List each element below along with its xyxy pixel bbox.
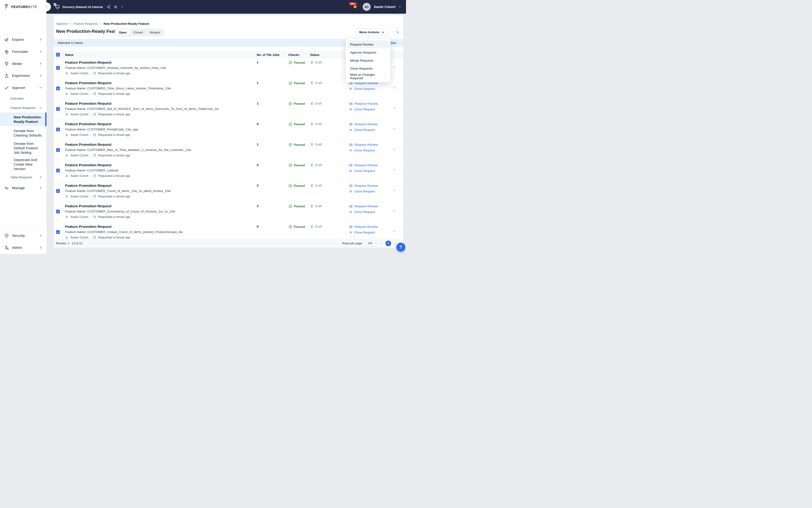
workspace-expand-chevron-icon[interactable] xyxy=(121,5,124,8)
request-review-link[interactable]: Request Review xyxy=(349,205,378,208)
menu-item-close-requests[interactable]: Close Requests xyxy=(348,65,389,72)
row-expand-chevron[interactable] xyxy=(393,147,396,151)
sidebar-item-deprecate-and-create-new-version[interactable]: Deprecate And Create New Version xyxy=(0,156,46,172)
close-request-link[interactable]: Close Request xyxy=(349,87,378,91)
menu-item-merge-requests[interactable]: Merge Requests xyxy=(348,56,389,65)
row-expand-chevron[interactable] xyxy=(393,127,396,130)
more-actions-button[interactable]: More Actions xyxy=(355,28,389,36)
close-request-link[interactable]: Close Request xyxy=(349,108,378,111)
breadcrumb-item-feature-requests[interactable]: Feature Requests xyxy=(73,22,98,26)
row-actions: Request Review Close Request xyxy=(349,163,378,173)
row-expand-chevron[interactable] xyxy=(393,209,396,212)
rows-per-page-stepper[interactable]: ▲▼ xyxy=(375,242,376,245)
row-checkbox[interactable] xyxy=(56,87,60,90)
close-request-link[interactable]: Close Request xyxy=(349,149,378,152)
tile-jobs-count: 1 xyxy=(257,102,259,105)
row-expand-chevron[interactable] xyxy=(393,188,396,192)
row-actions: Request Review Close Request xyxy=(349,102,378,111)
sidebar-item-deviate-from-default-feature-job-setting[interactable]: Deviate from Default Feature Job Setting xyxy=(0,140,46,156)
sidebar-item-explore[interactable]: Explore xyxy=(0,34,46,45)
request-title: Feature Promotion Request xyxy=(65,183,111,187)
sidebar-item-security[interactable]: Security xyxy=(0,229,46,242)
user-avatar[interactable]: XC xyxy=(363,3,371,11)
row-checkbox[interactable] xyxy=(56,148,60,152)
row-expand-chevron[interactable] xyxy=(393,107,396,110)
notification-count-badge: 999+ xyxy=(349,2,357,6)
sidebar-item-label: Security xyxy=(12,234,39,238)
sidebar-item-manage[interactable]: Manage xyxy=(0,182,46,194)
sidebar-item-approve[interactable]: Approve xyxy=(0,82,46,94)
tile-jobs-count: 2 xyxy=(257,184,259,187)
row-checkbox[interactable] xyxy=(56,128,60,131)
close-request-link[interactable]: Close Request xyxy=(349,231,378,234)
table-row: Feature Promotion Request Feature Name: … xyxy=(54,120,403,140)
sidebar-item-experiment[interactable]: Experiment xyxy=(0,70,46,82)
row-checkbox[interactable] xyxy=(56,66,60,70)
gear-icon[interactable] xyxy=(114,5,118,9)
tab-merged[interactable]: Merged xyxy=(146,29,164,36)
request-review-link[interactable]: Request Review xyxy=(349,184,378,187)
menu-item-mark-as-changes-required[interactable]: Mark as Changes Required xyxy=(348,72,389,80)
breadcrumb-item-approve[interactable]: Approve xyxy=(56,22,67,26)
help-button[interactable]: ? xyxy=(396,243,405,252)
sidebar-item-table-requests[interactable]: Table Requests xyxy=(0,172,46,182)
request-meta: Xavier Conort | Requested a minute ago xyxy=(65,92,130,96)
close-request-link[interactable]: Close Request xyxy=(349,169,378,173)
request-review-link[interactable]: Request Review xyxy=(349,143,378,146)
workspace-title[interactable]: Grocery Dataset UI tutorial xyxy=(62,5,103,9)
row-expand-chevron[interactable] xyxy=(393,229,396,233)
next-page-chevron-icon[interactable] xyxy=(394,242,397,245)
refresh-icon xyxy=(93,215,96,219)
requester: Xavier Conort xyxy=(70,195,88,198)
sidebar-bottom-nav: SecurityAdmin xyxy=(0,229,46,254)
requester: Xavier Conort xyxy=(70,215,88,219)
sidebar-item-label: New Production-Ready Feature xyxy=(14,115,43,124)
sidebar-item-new-production-ready-feature[interactable]: New Production-Ready Feature xyxy=(0,113,46,126)
sidebar-item-label: Deviate from Default Feature Job Setting xyxy=(14,141,43,155)
row-checkbox[interactable] xyxy=(56,210,60,213)
feature-name: Feature Name: CUSTOMER_Consistency_of_Co… xyxy=(65,210,175,213)
chevron-down-icon xyxy=(39,86,42,89)
checks-badge: Passed xyxy=(288,102,305,105)
checks-badge: Passed xyxy=(288,225,305,229)
menu-item-request-review[interactable]: Request Review xyxy=(348,40,389,48)
prev-page-chevron-icon[interactable] xyxy=(380,242,382,245)
sidebar-item-formulate[interactable]: Formulate xyxy=(0,45,46,57)
tab-open[interactable]: Open xyxy=(116,29,130,36)
row-expand-chevron[interactable] xyxy=(393,168,396,171)
menu-item-approve-requests[interactable]: Approve Requests xyxy=(348,48,389,56)
user-name[interactable]: Xavier Conort xyxy=(374,5,395,9)
select-all-checkbox[interactable] xyxy=(56,53,60,56)
sidebar-item-overview[interactable]: Overview xyxy=(0,94,46,103)
row-checkbox[interactable] xyxy=(56,107,60,111)
feature-name: Feature Name: CUSTOMER_Std_of_INVOICE_Su… xyxy=(65,107,219,111)
check-circle-icon xyxy=(288,204,292,208)
row-expand-chevron[interactable] xyxy=(393,65,396,69)
sidebar-item-feature-requests[interactable]: Feature Requests xyxy=(0,103,46,113)
brand-logo: FEATUREBYTE xyxy=(0,0,46,14)
row-checkbox[interactable] xyxy=(56,189,60,193)
search-button[interactable] xyxy=(394,28,402,36)
page-number-button[interactable]: 1 xyxy=(386,241,391,246)
request-review-link[interactable]: Request Review xyxy=(349,163,378,167)
shield-check-icon xyxy=(4,233,9,238)
close-request-link[interactable]: Close Request xyxy=(349,189,378,193)
sidebar-item-admin[interactable]: Admin xyxy=(0,242,46,254)
close-request-link[interactable]: Close Request xyxy=(349,128,378,132)
sidebar-item-ideate[interactable]: Ideate xyxy=(0,57,46,70)
request-meta: Xavier Conort | Requested a minute ago xyxy=(65,133,130,137)
request-review-link[interactable]: Request Review xyxy=(349,122,378,126)
row-checkbox[interactable] xyxy=(56,230,60,234)
sidebar-item-deviate-from-cleaning-defaults[interactable]: Deviate from Cleaning Defaults xyxy=(0,126,46,140)
row-expand-chevron[interactable] xyxy=(393,86,396,89)
user-menu-chevron-icon[interactable] xyxy=(399,5,401,8)
request-review-link[interactable]: Request Review xyxy=(349,102,378,105)
close-request-link[interactable]: Close Request xyxy=(349,210,378,214)
row-checkbox[interactable] xyxy=(56,169,60,172)
refresh-icon xyxy=(93,195,96,198)
tab-closed[interactable]: Closed xyxy=(130,29,146,36)
checks-badge: Passed xyxy=(288,81,305,85)
request-review-link[interactable]: Request Review xyxy=(349,225,378,228)
notifications-bell[interactable]: 999+ xyxy=(353,4,358,9)
share-icon[interactable] xyxy=(106,5,110,9)
